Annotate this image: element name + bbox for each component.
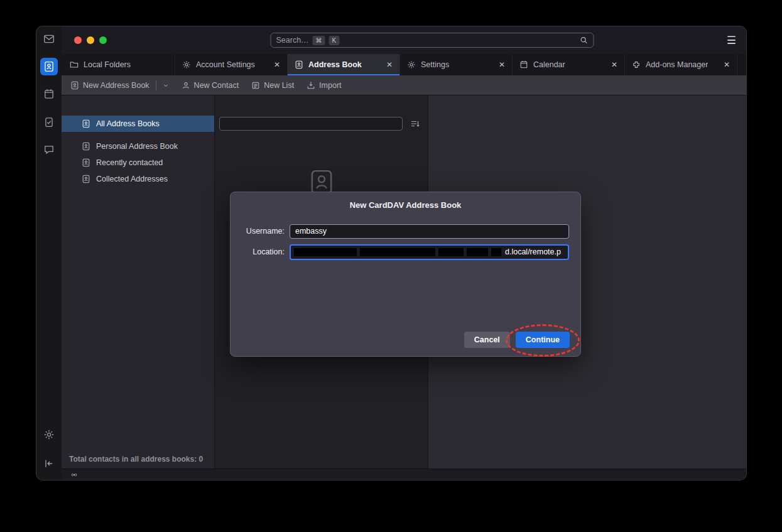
desktop-background: Search… ⌘ K ☰ Local Folders	[0, 0, 782, 532]
new-contact-label: New Contact	[194, 81, 239, 90]
folder-icon	[70, 60, 79, 69]
global-search-bar[interactable]: Search… ⌘ K	[271, 33, 594, 48]
mail-icon	[43, 33, 55, 45]
tab-label: Address Book	[308, 60, 362, 69]
location-label: Location:	[239, 247, 285, 256]
rail-settings-button[interactable]	[40, 426, 58, 443]
redaction-bar	[467, 248, 488, 256]
redaction-bar	[491, 248, 501, 256]
redaction-bar	[438, 248, 464, 256]
import-label: Import	[319, 81, 341, 90]
username-field[interactable]	[290, 224, 569, 239]
chat-icon	[43, 144, 55, 155]
close-window-button[interactable]	[74, 36, 82, 44]
tab-label: Settings	[421, 60, 449, 69]
rail-bottom-group	[40, 426, 58, 480]
contacts-count-status: Total contacts in all address books: 0	[62, 450, 214, 469]
import-icon	[307, 81, 315, 90]
zoom-window-button[interactable]	[99, 36, 107, 44]
address-book-item-label: Collected Addresses	[96, 175, 168, 183]
space-tasks-button[interactable]	[40, 113, 58, 131]
tab-close-button[interactable]: ✕	[611, 60, 617, 69]
continue-button[interactable]: Continue	[516, 332, 570, 348]
space-calendar-button[interactable]	[40, 85, 58, 103]
gear-icon	[43, 429, 55, 440]
new-list-label: New List	[264, 81, 294, 90]
cancel-button[interactable]: Cancel	[464, 332, 510, 348]
puzzle-icon	[632, 60, 641, 69]
tab-close-button[interactable]: ✕	[499, 60, 505, 69]
traffic-lights	[74, 36, 107, 44]
gear-icon	[182, 60, 191, 69]
location-field[interactable]: d.local/remote.p	[290, 244, 569, 260]
address-book-icon	[70, 81, 79, 90]
address-book-item-label: Personal Address Book	[96, 142, 178, 151]
collapse-left-icon	[43, 458, 55, 469]
dialog-title: New CardDAV Address Book	[231, 200, 580, 210]
tab-bar: Local Folders Account Settings ✕ Address…	[62, 54, 746, 75]
tab-label: Account Settings	[196, 60, 255, 69]
person-icon	[182, 81, 190, 90]
redaction-bar	[360, 248, 435, 256]
address-book-item-label: Recently contacted	[96, 158, 163, 167]
space-chat-button[interactable]	[40, 141, 58, 158]
dialog-buttons: Cancel Continue	[464, 332, 570, 348]
new-contact-button[interactable]: New Contact	[182, 81, 239, 90]
list-icon	[251, 81, 260, 90]
new-list-button[interactable]: New List	[251, 81, 294, 90]
tab-label: Add-ons Manager	[646, 60, 708, 69]
tab-account-settings[interactable]: Account Settings ✕	[175, 54, 288, 75]
button-divider	[156, 80, 156, 90]
gear-icon	[407, 60, 416, 69]
new-address-book-label: New Address Book	[83, 81, 149, 90]
location-row: Location: d.local/remote.p	[239, 244, 569, 259]
tab-calendar[interactable]: Calendar ✕	[513, 54, 625, 75]
address-book-icon	[43, 61, 55, 72]
address-book-item-label: All Address Books	[96, 119, 160, 128]
address-book-icon	[82, 175, 90, 183]
new-address-book-button[interactable]: New Address Book	[70, 80, 169, 90]
tab-close-button[interactable]: ✕	[274, 60, 280, 69]
calendar-icon	[519, 60, 528, 69]
address-book-icon	[82, 142, 90, 151]
username-row: Username:	[239, 224, 569, 239]
app-menu-button[interactable]: ☰	[727, 34, 736, 47]
tab-label: Local Folders	[84, 60, 131, 69]
status-bar	[62, 469, 746, 480]
address-book-toolbar: New Address Book New Contact	[62, 75, 746, 95]
rail-collapse-button[interactable]	[40, 455, 58, 472]
network-status-icon	[69, 471, 79, 479]
tab-close-button[interactable]: ✕	[724, 60, 730, 69]
cmd-key-badge: ⌘	[313, 36, 325, 45]
spaces-toolbar	[36, 26, 62, 480]
address-book-icon	[82, 119, 90, 128]
address-book-item-recent[interactable]: Recently contacted	[62, 155, 214, 171]
contacts-search-row	[215, 117, 428, 131]
display-options-icon[interactable]	[410, 119, 420, 129]
new-carddav-dialog: New CardDAV Address Book Username: Locat…	[230, 192, 581, 357]
space-mail-button[interactable]	[40, 30, 58, 48]
k-key-badge: K	[329, 36, 340, 45]
contacts-search-input[interactable]	[219, 117, 403, 131]
tab-address-book[interactable]: Address Book ✕	[288, 54, 400, 75]
tab-close-button[interactable]: ✕	[386, 60, 393, 69]
chevron-down-icon[interactable]	[163, 82, 169, 89]
tab-local-folders[interactable]: Local Folders	[63, 54, 175, 75]
address-book-icon	[295, 60, 303, 69]
address-book-item-all[interactable]: All Address Books	[62, 116, 214, 132]
minimize-window-button[interactable]	[87, 36, 94, 44]
tasks-icon	[43, 116, 55, 128]
redaction-bar	[294, 248, 357, 256]
tab-label: Calendar	[533, 60, 565, 69]
address-book-item-personal[interactable]: Personal Address Book	[62, 138, 214, 155]
titlebar: Search… ⌘ K ☰	[62, 26, 746, 54]
import-button[interactable]: Import	[307, 81, 341, 90]
calendar-icon	[43, 89, 55, 100]
tab-settings[interactable]: Settings ✕	[400, 54, 513, 75]
address-books-panel: All Address Books Personal Address Book …	[62, 95, 215, 469]
space-address-book-button[interactable]	[40, 58, 58, 75]
address-book-icon	[82, 158, 90, 167]
search-icon	[580, 36, 589, 45]
tab-addons-manager[interactable]: Add-ons Manager ✕	[625, 54, 737, 75]
address-book-item-collected[interactable]: Collected Addresses	[62, 171, 214, 187]
